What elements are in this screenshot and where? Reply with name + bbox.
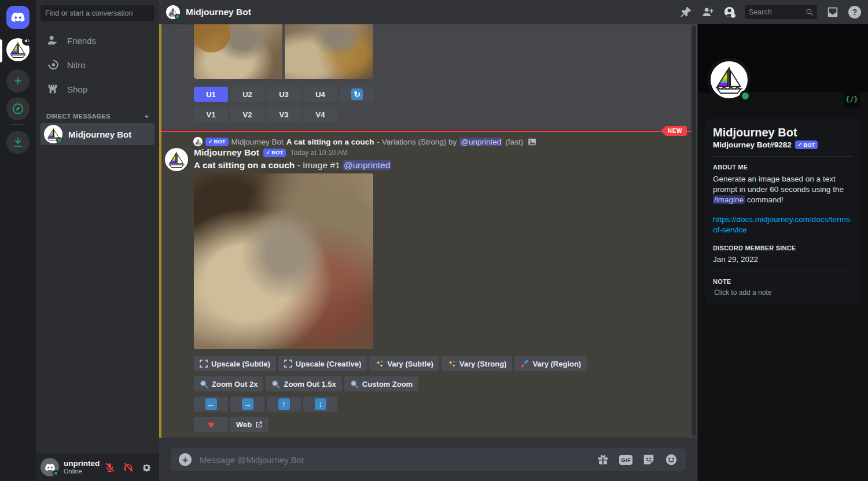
action-row-favorite-web: ♥ Web: [194, 417, 269, 432]
generated-image-grid[interactable]: [194, 24, 373, 79]
vary-subtle-button[interactable]: Vary (Subtle): [369, 356, 439, 371]
search-input[interactable]: Search: [745, 5, 817, 19]
gear-icon: [141, 462, 152, 473]
button-label: Zoom Out 1.5x: [284, 380, 336, 388]
server-rail: +: [0, 0, 36, 481]
bot-badge: ✓BOT: [205, 138, 229, 146]
paintbrush-icon: [520, 360, 529, 368]
search-icon: [806, 8, 814, 16]
reply-spine: [176, 29, 190, 34]
vary-strong-button[interactable]: Vary (Strong): [442, 356, 513, 371]
message-input[interactable]: + Message @Midjourney Bot GIF: [171, 448, 686, 471]
favorite-button[interactable]: ♥: [194, 417, 228, 432]
arrow-up-icon: ↑: [278, 398, 290, 410]
nitro-icon: [46, 58, 59, 71]
terms-of-service-link[interactable]: https://docs.midjourney.com/docs/terms-o…: [713, 214, 853, 235]
generated-image[interactable]: [194, 173, 373, 349]
button-label: Zoom Out 2x: [212, 380, 258, 388]
grid-image-right: [285, 24, 373, 79]
vary-region-button[interactable]: Vary (Region): [514, 356, 587, 371]
message-mention[interactable]: @unprinted: [343, 160, 391, 170]
reroll-button[interactable]: ↻: [340, 87, 374, 102]
composer-icons: GIF: [597, 453, 678, 466]
sticker-icon[interactable]: [642, 453, 655, 466]
shop-icon: [46, 83, 59, 95]
message-timestamp: Today at 10:10 AM: [290, 149, 347, 157]
arrow-right-icon: →: [242, 398, 253, 410]
user-info[interactable]: unprinted Online: [64, 459, 101, 475]
pan-down-button[interactable]: ↓: [303, 397, 337, 412]
u2-button[interactable]: U2: [230, 87, 264, 102]
online-status-dot: [175, 14, 180, 19]
pan-up-button[interactable]: ↑: [267, 397, 301, 412]
mute-microphone-button[interactable]: [101, 459, 117, 475]
custom-zoom-button[interactable]: Custom Zoom: [344, 376, 418, 391]
header-toolbar: Search ?: [679, 5, 861, 19]
zoom-out-2x-button[interactable]: Zoom Out 2x: [194, 376, 263, 391]
v2-button[interactable]: V2: [230, 107, 264, 122]
message-avatar[interactable]: [165, 148, 188, 171]
action-row-zoom: Zoom Out 2x Zoom Out 1.5x Custom Zoom: [194, 376, 418, 391]
zoom-out-1-5x-button[interactable]: Zoom Out 1.5x: [266, 376, 341, 391]
upscale-creative-button[interactable]: Upscale (Creative): [278, 356, 367, 371]
divider: [713, 271, 853, 271]
gift-icon[interactable]: [597, 453, 609, 466]
reply-context[interactable]: ✓BOT Midjourney Bot A cat sitting on a c…: [159, 136, 697, 147]
about-text-pre: Generate an image based on a text prompt…: [713, 175, 844, 194]
message-author[interactable]: Midjourney Bot: [194, 147, 259, 158]
composer: + Message @Midjourney Bot GIF: [159, 438, 697, 481]
member-since-label: DISCORD MEMBER SINCE: [713, 245, 853, 251]
home-button[interactable]: [6, 6, 30, 29]
user-status: Online: [64, 468, 101, 475]
user-avatar[interactable]: [41, 458, 59, 476]
reply-mention[interactable]: @unprinted: [459, 138, 502, 146]
add-server-button[interactable]: +: [6, 69, 30, 92]
add-friend-icon[interactable]: [701, 6, 714, 18]
sidebar-item-nitro[interactable]: Nitro: [41, 54, 155, 76]
magnifier-icon: [271, 380, 280, 388]
help-icon[interactable]: ?: [848, 6, 861, 18]
v4-button[interactable]: V4: [303, 107, 337, 122]
upscale-subtle-button[interactable]: Upscale (Subtle): [194, 356, 276, 371]
mention-accent-bar: [159, 24, 161, 438]
sparkles-icon: [447, 360, 456, 368]
pan-right-button[interactable]: →: [230, 397, 264, 412]
note-input[interactable]: Click to add a note: [713, 288, 853, 297]
message-placeholder[interactable]: Message @Midjourney Bot: [200, 455, 597, 465]
emoji-icon[interactable]: [665, 453, 678, 466]
gif-icon[interactable]: GIF: [619, 455, 632, 465]
inbox-icon[interactable]: [826, 6, 839, 18]
pinned-messages-icon[interactable]: [679, 6, 692, 18]
create-dm-icon[interactable]: +: [145, 113, 149, 120]
download-apps-button[interactable]: [6, 131, 30, 154]
deafen-button[interactable]: [120, 459, 136, 475]
reply-avatar: [193, 137, 203, 146]
chat-scrollbar[interactable]: [692, 25, 696, 436]
chat-area: U1 U2 U3 U4 ↻ V1 V2 V3 V4 NEW ✓BOT Midjo…: [159, 24, 697, 481]
about-me-label: ABOUT ME: [713, 164, 853, 171]
v1-button[interactable]: V1: [194, 107, 228, 122]
open-web-button[interactable]: Web: [230, 417, 269, 432]
imagine-command[interactable]: /imagine: [713, 195, 745, 204]
bot-badge-label: BOT: [271, 150, 283, 156]
new-messages-divider: NEW: [161, 131, 693, 132]
variation-button-row: V1 V2 V3 V4: [194, 107, 337, 122]
dm-item-midjourney-bot[interactable]: Midjourney Bot: [41, 123, 155, 145]
pan-left-button[interactable]: ←: [194, 397, 228, 412]
conversation-search-button[interactable]: Find or start a conversation: [41, 5, 155, 21]
about-text-post: command!: [747, 195, 784, 204]
user-profile-icon[interactable]: [723, 6, 736, 18]
microphone-muted-icon: [104, 462, 115, 473]
active-server-pill: [0, 39, 2, 62]
explore-servers-button[interactable]: [6, 97, 30, 120]
reply-speed: (fast): [505, 138, 523, 146]
user-settings-button[interactable]: [138, 459, 155, 475]
bot-profile-panel: {/} Midjourney Bot Midjourney Bot#9282 ✓…: [697, 24, 868, 481]
v3-button[interactable]: V3: [267, 107, 301, 122]
u4-button[interactable]: U4: [303, 87, 337, 102]
sidebar-item-friends[interactable]: Friends: [41, 29, 155, 51]
u3-button[interactable]: U3: [267, 87, 301, 102]
sidebar-item-shop[interactable]: Shop: [41, 78, 155, 100]
attach-icon[interactable]: +: [179, 453, 192, 466]
u1-button[interactable]: U1: [194, 87, 228, 102]
